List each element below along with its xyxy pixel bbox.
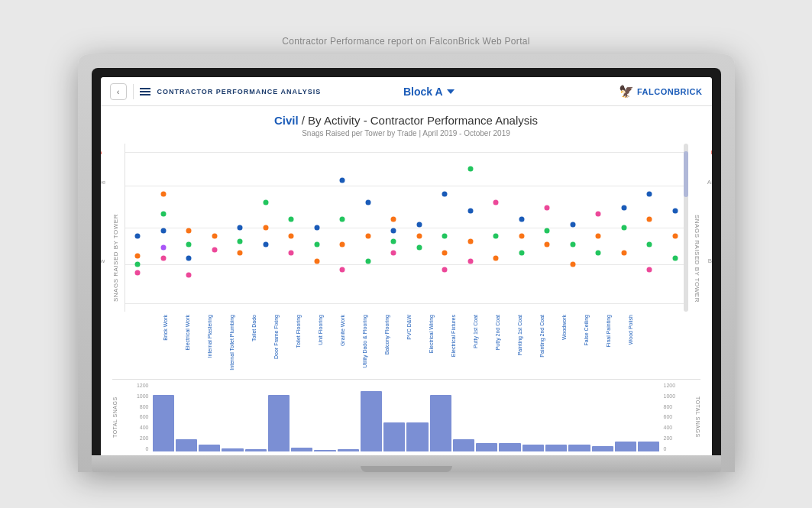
bar-item [291,448,312,451]
scatter-dot [621,251,626,256]
bar-y-tick-left: 800 [140,404,149,409]
scatter-dot [365,234,370,239]
x-category-label[interactable]: Electrical Wiring [429,315,451,353]
y-above-avg-left: AboveAvg. [101,179,106,193]
bar-item [545,445,567,451]
scatter-dot [238,225,243,231]
x-category-label[interactable]: False Ceiling [584,315,606,345]
scatter-chart-area: SNAGS RAISED BY TOWER High AboveAvg. Avg… [112,144,700,373]
scatter-dot [621,225,626,231]
scatter-dot [135,262,141,267]
bar-y-label-left: TOTAL SNAGS [112,383,125,451]
scatter-dot [186,255,192,260]
main-content: Civil / By Activity - Contractor Perform… [101,106,712,455]
bar-item [522,445,544,451]
scatter-dot [467,259,473,264]
scatter-dot [160,228,166,234]
hamburger-icon [140,88,150,95]
x-category-label[interactable]: Internal Toilet Plumbing [229,315,251,370]
bar-y-tick-left: 0 [146,446,149,451]
back-button[interactable]: ‹ [110,83,127,100]
laptop-shell: ‹ CONTRACTOR PERFORMANCE ANALYSIS Block … [78,54,735,472]
gridline-avg [125,228,688,228]
x-category-label[interactable]: Utility Dado & Flooring [362,315,384,368]
scatter-dot [596,234,601,239]
block-selector[interactable]: Block A [403,86,455,98]
scatter-dot [289,251,294,256]
bar-y-tick-right: 400 [664,425,673,430]
scatter-dot [570,262,575,267]
bar-item [430,395,451,451]
scatter-dot [365,200,370,205]
scatter-dot [314,259,319,264]
scatter-dot [212,247,217,252]
dropdown-arrow-icon[interactable] [447,89,455,94]
y-below-avg-left: BelowAvg. [101,257,105,271]
y-axis-left-label: SNAGS RAISED BY TOWER [112,144,125,373]
x-category-label[interactable]: PVC D&W [406,315,429,340]
scatter-dot [570,222,575,227]
x-category-label[interactable]: Putty 2nd Coat [495,315,517,350]
bar-item [638,442,659,451]
scatter-dot [340,267,345,273]
scatter-dot [647,242,652,248]
app-logo: CONTRACTOR PERFORMANCE ANALYSIS [140,88,322,95]
bar-y-tick-right: 1200 [664,383,676,388]
x-category-label[interactable]: Toilet Flooring [296,315,318,348]
scatter-dot [442,267,448,273]
scatter-dot [391,251,396,256]
screen-bezel: ‹ CONTRACTOR PERFORMANCE ANALYSIS Block … [92,68,721,455]
x-category-label[interactable]: Wood Polish [628,315,650,345]
gridline-below-avg [125,264,688,265]
x-category-label[interactable]: Electrical Fixtures [451,315,473,357]
bar-item [499,443,520,451]
scatter-dot [467,238,473,244]
scatter-dot [238,251,243,256]
scatter-dot [340,178,345,183]
falcon-logo: 🦅 FALCONBRICK [619,84,703,99]
bar-chart-area: TOTAL SNAGS 120010008006004002000 120010… [112,379,700,451]
x-category-label[interactable]: Painting 1st Coat [517,315,539,355]
bar-chart-wrapper: 120010008006004002000 120010008006004002… [125,383,688,451]
scatter-dot [340,217,345,222]
bar-item [245,449,267,451]
y-high-left: High [101,149,102,156]
x-category-label[interactable]: Unit Flooring [318,315,340,345]
x-category-label[interactable]: Electrical Work [185,315,207,351]
x-category-label[interactable]: Balcony Flooring [384,315,406,354]
x-category-label[interactable]: Door Frame Fixing [273,315,296,359]
x-category-label[interactable]: Toilet Dado [251,315,273,341]
bar-item [383,422,405,451]
scatter-dot [596,212,601,217]
laptop-screen: ‹ CONTRACTOR PERFORMANCE ANALYSIS Block … [101,77,712,455]
scatter-dot [314,225,319,231]
x-category-label[interactable]: Brick Work [163,315,185,341]
scatter-dot [391,238,396,244]
scatter-dot [416,245,422,251]
scatter-dot [391,228,396,234]
bar-y-tick-right: 600 [664,414,673,419]
x-category-label[interactable]: Final Painting [606,315,628,347]
bar-y-tick-right: 800 [664,404,673,409]
scatter-dot [442,234,448,239]
divider [133,84,134,99]
x-category-label[interactable]: Painting 2nd Coat [539,315,561,358]
x-category-label[interactable]: Putty 1st Coat [473,315,495,348]
scatter-dot [442,192,448,197]
scatter-dot [160,255,166,260]
scatter-dot [672,234,678,239]
chart-subtitle: Snags Raised per Tower by Trade | April … [112,129,700,138]
scatter-dot [416,234,422,239]
scatter-dot [186,242,192,248]
x-category-label[interactable]: Woodwork [561,315,584,340]
scatter-wrapper: High AboveAvg. Avg. BelowAvg. Low High A… [125,144,688,373]
gridline-low [125,303,688,304]
laptop-base [92,455,721,472]
x-category-label[interactable]: Granite Work [340,315,362,346]
scatter-dot [545,205,550,210]
scatter-dot [160,212,166,217]
x-category-label[interactable]: Internal Plastering [207,315,229,358]
scatter-dot [493,234,499,239]
scatter-dot [135,270,141,276]
chart-title: Civil / By Activity - Contractor Perform… [112,114,700,127]
